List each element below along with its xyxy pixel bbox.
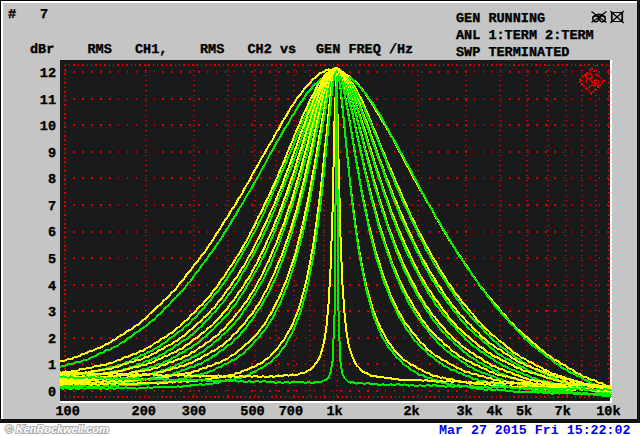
svg-text:1k: 1k	[326, 405, 342, 420]
svg-text:11: 11	[40, 94, 56, 109]
svg-text:GEN RUNNING: GEN RUNNING	[456, 12, 545, 27]
svg-text:2: 2	[48, 333, 56, 348]
svg-text:300: 300	[182, 405, 206, 420]
svg-text:4k: 4k	[486, 405, 502, 420]
svg-text:10k: 10k	[596, 405, 620, 420]
svg-text:1: 1	[48, 359, 56, 374]
svg-text:10: 10	[40, 120, 56, 135]
svg-text:CH1,: CH1,	[135, 43, 167, 58]
svg-text:7: 7	[40, 8, 48, 23]
svg-text:RMS: RMS	[200, 43, 224, 58]
svg-text:12: 12	[40, 67, 56, 82]
svg-text:CH2: CH2	[248, 43, 272, 58]
svg-text:Mar 27 2015 Fri 15:22:02: Mar 27 2015 Fri 15:22:02	[439, 423, 631, 436]
svg-text:7k: 7k	[555, 405, 571, 420]
svg-text:9: 9	[48, 147, 56, 162]
svg-text:3k: 3k	[456, 405, 472, 420]
svg-text:700: 700	[279, 405, 303, 420]
svg-text:8: 8	[48, 173, 56, 188]
svg-text:#: #	[8, 8, 16, 23]
svg-text:5: 5	[48, 253, 56, 268]
svg-text:ANL 1:TERM 2:TERM: ANL 1:TERM 2:TERM	[456, 29, 594, 44]
svg-text:200: 200	[132, 405, 156, 420]
svg-text:100: 100	[55, 405, 79, 420]
svg-text:7: 7	[48, 200, 56, 215]
svg-text:4: 4	[48, 280, 56, 295]
svg-text:vs: vs	[280, 43, 296, 58]
svg-text:2k: 2k	[403, 405, 419, 420]
svg-text:5k: 5k	[516, 405, 532, 420]
svg-text:RMS: RMS	[88, 43, 112, 58]
svg-text:© KenRockwell.com: © KenRockwell.com	[5, 423, 109, 435]
svg-text:500: 500	[240, 405, 264, 420]
svg-text:dBr: dBr	[30, 43, 54, 58]
svg-text:3: 3	[48, 306, 56, 321]
svg-text:6: 6	[48, 226, 56, 241]
svg-text:SWP TERMINATED: SWP TERMINATED	[456, 46, 569, 61]
svg-text:GEN FREQ /Hz: GEN FREQ /Hz	[316, 43, 413, 58]
svg-text:0: 0	[48, 386, 56, 401]
